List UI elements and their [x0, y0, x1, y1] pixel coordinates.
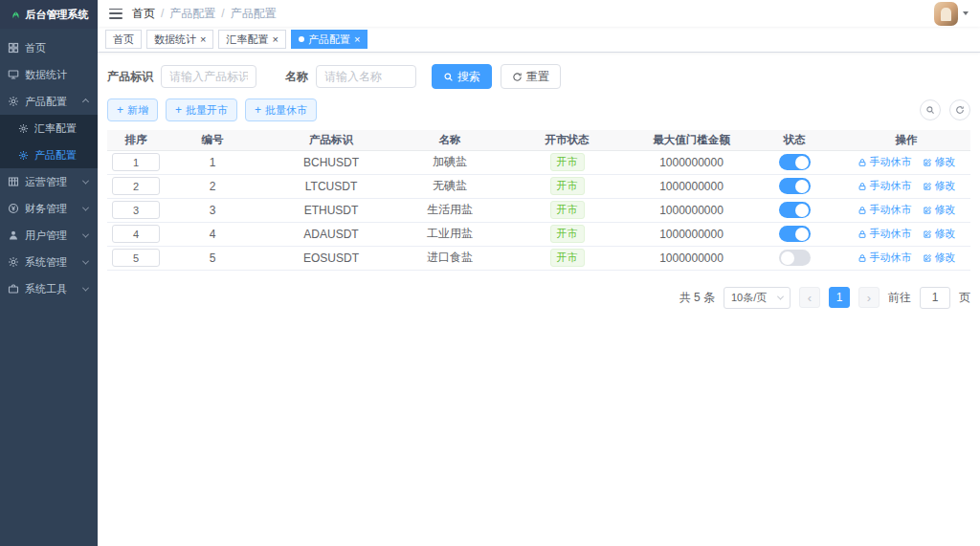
- page-number-button[interactable]: 1: [829, 287, 850, 308]
- sidebar-item-product-config[interactable]: 产品配置: [0, 142, 98, 168]
- gear-icon: [8, 256, 19, 268]
- sidebar-item-label: 用户管理: [25, 229, 78, 243]
- tab-statistics[interactable]: 数据统计 ×: [146, 30, 213, 49]
- next-page-button[interactable]: ›: [858, 287, 880, 308]
- sidebar: 后台管理系统 首页 数据统计 产品配置 汇: [0, 0, 98, 546]
- caret-down-icon[interactable]: [963, 11, 969, 15]
- table-row: 1 BCHUSDT 加碘盐 开市 1000000000 手动休市 修改: [107, 150, 970, 174]
- sidebar-item-label: 数据统计: [25, 68, 90, 82]
- prev-page-button[interactable]: ‹: [799, 287, 820, 308]
- sidebar-item-finance[interactable]: 财务管理: [0, 195, 98, 222]
- page-size-select[interactable]: 10条/页: [724, 287, 791, 309]
- lock-icon: [858, 182, 867, 191]
- sidebar-item-statistics[interactable]: 数据统计: [0, 61, 98, 88]
- app-logo: 后台管理系统: [0, 0, 98, 29]
- grid-icon: [8, 176, 19, 187]
- toggle-search-button[interactable]: [920, 99, 941, 120]
- goto-page-input[interactable]: [920, 287, 950, 309]
- manual-close-link[interactable]: 手动休市: [858, 203, 912, 217]
- tab-product-config[interactable]: 产品配置 ×: [291, 30, 368, 49]
- cell-amount: 1000000000: [636, 174, 746, 198]
- market-status-badge: 开市: [550, 249, 585, 266]
- close-icon[interactable]: ×: [200, 34, 206, 45]
- col-number: 编号: [165, 130, 260, 150]
- name-input[interactable]: [316, 65, 416, 88]
- plus-icon: +: [255, 104, 261, 116]
- sort-input[interactable]: [112, 225, 160, 243]
- status-toggle[interactable]: [779, 178, 811, 194]
- sidebar-item-tools[interactable]: 系统工具: [0, 275, 98, 302]
- search-button[interactable]: 搜索: [432, 64, 492, 89]
- sort-input[interactable]: [112, 153, 160, 171]
- lock-icon: [858, 229, 867, 239]
- sidebar-item-system[interactable]: 系统管理: [0, 249, 98, 275]
- gear-icon: [18, 123, 29, 134]
- add-button[interactable]: + 新增: [107, 98, 158, 121]
- gear-icon: [8, 96, 19, 107]
- goto-label: 前往: [888, 290, 911, 306]
- manual-close-link[interactable]: 手动休市: [858, 251, 912, 265]
- refresh-table-button[interactable]: [949, 99, 970, 120]
- manual-close-link[interactable]: 手动休市: [858, 179, 912, 193]
- edit-label: 修改: [935, 251, 956, 265]
- sort-input[interactable]: [112, 201, 160, 219]
- tags-view-bar: 首页 数据统计 × 汇率配置 × 产品配置 ×: [98, 27, 980, 53]
- breadcrumb-item[interactable]: 产品配置: [169, 6, 215, 22]
- active-dot-icon: [299, 36, 304, 42]
- batch-open-market-button[interactable]: + 批量开市: [166, 98, 237, 121]
- edit-link[interactable]: 修改: [923, 227, 956, 241]
- lock-icon: [858, 158, 867, 167]
- col-actions: 操作: [842, 130, 970, 150]
- sidebar-item-product-config-parent[interactable]: 产品配置: [0, 88, 98, 115]
- edit-link[interactable]: 修改: [923, 155, 956, 169]
- lock-icon: [858, 253, 867, 263]
- market-status-badge: 开市: [550, 201, 585, 218]
- close-icon[interactable]: ×: [354, 34, 360, 45]
- dashboard-icon: [8, 42, 19, 54]
- cell-product-id: ADAUSDT: [260, 222, 402, 246]
- status-toggle[interactable]: [779, 202, 811, 218]
- sidebar-item-label: 系统工具: [25, 282, 78, 296]
- breadcrumb-item[interactable]: 首页: [132, 6, 155, 22]
- close-icon[interactable]: ×: [272, 34, 278, 45]
- hamburger-icon[interactable]: [109, 9, 122, 19]
- cell-amount: 1000000000: [636, 198, 746, 222]
- manual-close-label: 手动休市: [870, 227, 912, 241]
- edit-link[interactable]: 修改: [923, 179, 956, 193]
- status-toggle[interactable]: [779, 226, 811, 242]
- product-id-input[interactable]: [161, 65, 256, 88]
- market-status-badge: 开市: [550, 153, 585, 170]
- tab-exchange-rate-config[interactable]: 汇率配置 ×: [218, 30, 285, 49]
- user-avatar[interactable]: [934, 2, 958, 26]
- market-status-badge: 开市: [550, 225, 585, 242]
- cell-number: 1: [165, 150, 260, 174]
- tab-home[interactable]: 首页: [105, 30, 142, 49]
- sidebar-item-exchange-rate-config[interactable]: 汇率配置: [0, 115, 98, 142]
- batch-close-market-button[interactable]: + 批量休市: [245, 98, 317, 121]
- status-toggle[interactable]: [779, 250, 811, 266]
- total-count: 共 5 条: [679, 290, 715, 306]
- sort-input[interactable]: [112, 249, 160, 267]
- cell-product-id: BCHUSDT: [260, 150, 402, 174]
- edit-link[interactable]: 修改: [923, 251, 956, 265]
- tab-label: 汇率配置: [226, 33, 268, 47]
- breadcrumb-separator: /: [161, 7, 164, 20]
- table-row: 3 ETHUSDT 生活用盐 开市 1000000000 手动休市 修改: [107, 198, 970, 222]
- breadcrumb: 首页 / 产品配置 / 产品配置: [132, 6, 277, 22]
- manual-close-link[interactable]: 手动休市: [858, 227, 912, 241]
- top-navbar: 首页 / 产品配置 / 产品配置: [98, 0, 980, 27]
- tab-label: 首页: [113, 33, 134, 47]
- sidebar-item-users[interactable]: 用户管理: [0, 222, 98, 249]
- edit-link[interactable]: 修改: [923, 203, 956, 217]
- sidebar-item-operations[interactable]: 运营管理: [0, 168, 98, 195]
- col-max-threshold: 最大值门槛金额: [636, 130, 746, 150]
- sort-input[interactable]: [112, 177, 160, 195]
- reset-button[interactable]: 重置: [501, 64, 561, 89]
- manual-close-link[interactable]: 手动休市: [858, 155, 912, 169]
- breadcrumb-item: 产品配置: [231, 6, 277, 22]
- table-tools: [920, 99, 970, 120]
- sidebar-item-home[interactable]: 首页: [0, 34, 98, 61]
- sidebar-item-label: 汇率配置: [34, 121, 90, 136]
- status-toggle[interactable]: [779, 154, 811, 170]
- batch-close-label: 批量休市: [265, 103, 307, 118]
